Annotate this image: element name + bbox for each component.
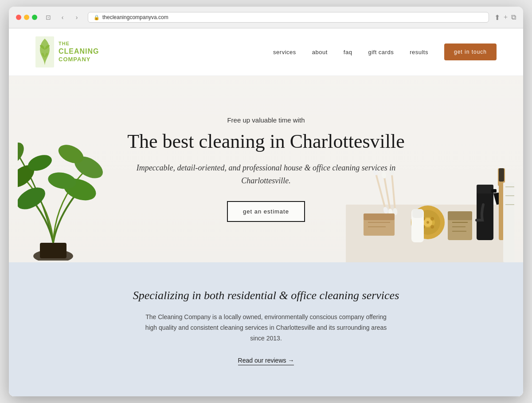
nav-about[interactable]: about [312,49,328,55]
logo-the: THE [59,40,99,47]
nav-cta-button[interactable]: get in touch [444,43,497,60]
svg-rect-35 [448,211,472,220]
site-nav: services about faq gift cards results ge… [273,43,497,60]
plant-decoration [18,110,106,262]
browser-chrome: ⊡ ‹ › 🔒 thecleaningcompanyva.com ⬆ + ⧉ [9,7,523,28]
hero-content: Free up valuable time with The best clea… [115,90,417,249]
about-section: Specializing in both residential & offic… [9,262,523,396]
nav-gift-cards[interactable]: gift cards [368,49,394,55]
browser-controls: ⊡ ‹ › [43,12,82,22]
sidebar-toggle[interactable]: ⊡ [43,12,54,22]
logo-text: THE CLEANING COMPANY [59,40,99,63]
svg-rect-42 [477,185,493,194]
forward-button[interactable]: › [71,12,82,22]
logo-company: COMPANY [59,56,99,63]
svg-point-33 [426,221,429,224]
close-button[interactable] [16,15,21,20]
lock-icon: 🔒 [94,15,100,20]
hero-description: Impeccable, detail-oriented, and profess… [124,162,408,187]
browser-window: ⊡ ‹ › 🔒 thecleaningcompanyva.com ⬆ + ⧉ [9,7,523,396]
address-bar[interactable]: 🔒 thecleaningcompanyva.com [88,12,489,23]
website: THE CLEANING COMPANY services about faq … [9,28,523,396]
traffic-lights [16,15,37,20]
logo[interactable]: THE CLEANING COMPANY [35,36,99,67]
about-description: The Cleaning Company is a locally owned,… [142,312,390,344]
svg-rect-47 [503,182,514,262]
svg-rect-2 [40,243,66,258]
browser-actions: ⬆ + ⧉ [494,13,516,22]
hero-title: The best cleaning in Charlottesville [124,130,408,154]
hero-subtitle: Free up valuable time with [124,116,408,124]
svg-point-7 [18,139,28,170]
svg-point-30 [430,217,434,221]
tabs-icon[interactable]: ⧉ [511,13,516,22]
plant-svg [18,110,106,261]
about-tagline: Specializing in both residential & offic… [27,289,505,302]
new-tab-icon[interactable]: + [504,13,508,22]
svg-rect-41 [477,187,493,240]
nav-services[interactable]: services [273,49,296,55]
url-text: thecleaningcompanyva.com [102,14,168,20]
minimize-button[interactable] [24,15,29,20]
svg-point-32 [430,225,434,229]
nav-faq[interactable]: faq [344,49,352,55]
hero-section: Free up valuable time with The best clea… [9,76,523,262]
read-reviews-link[interactable]: Read our reviews → [238,357,294,365]
svg-rect-43 [491,189,497,193]
site-header: THE CLEANING COMPANY services about faq … [9,28,523,76]
share-icon[interactable]: ⬆ [494,13,500,22]
get-estimate-button[interactable]: get an estimate [227,201,305,222]
back-button[interactable]: ‹ [57,12,68,22]
logo-icon [35,36,54,67]
logo-cleaning: CLEANING [59,47,99,56]
maximize-button[interactable] [32,15,37,20]
nav-results[interactable]: results [410,49,428,55]
svg-rect-46 [499,168,504,182]
